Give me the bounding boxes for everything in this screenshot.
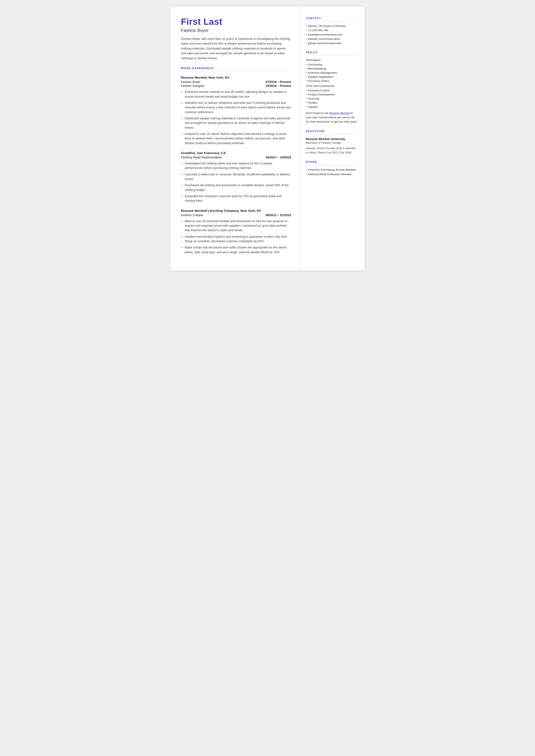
bullet-3-3: Made certain that the pieces and outfits… <box>185 245 291 255</box>
other-item-2: National Retail Federation Member <box>306 173 358 176</box>
skills-header: SKILLS <box>306 51 358 55</box>
skill-textiles: Textiles <box>306 101 358 104</box>
job-dates-2a: 05/2017 – 10/2019 <box>266 155 291 159</box>
skill-sourcing: Sourcing <box>306 97 358 100</box>
promo-prefix: Don't forget to use <box>306 111 329 115</box>
job-dates-1b: 10/2018 – Present <box>266 84 291 88</box>
summary-text: Fashion Buyer with more than 10 years of… <box>181 37 291 61</box>
bullet-2-4: Expanded the company's customer base by … <box>185 194 291 203</box>
skills-section: SKILLS Techniques: Purchasing Merchandis… <box>306 51 358 124</box>
skill-inventory-management: Inventory Management <box>306 71 358 74</box>
skill-inventory-control: Inventory Control <box>306 89 358 92</box>
bullet-2-2: Canceled 3 orders due to consumer demand… <box>185 172 291 182</box>
job-row-3a: Fashion Critique 08/2012 – 01/2015 <box>181 213 291 217</box>
techniques-label: Techniques: <box>306 58 358 62</box>
edu-degree: Bachelor in Fashion Design <box>306 141 358 144</box>
job-row-1b: Fashion Designer 10/2018 – Present <box>181 84 291 88</box>
contact-section: CONTACT Denver, OH (Open to Remote) +1-2… <box>306 17 358 45</box>
job-title-2a: Clothing Retail Representative <box>181 155 222 159</box>
contact-linkedin: linkedin.com/in/username <box>306 37 358 41</box>
job-bullets-2: Investigated the clothing styles and era… <box>181 161 291 203</box>
job-dates-1a: 07/2019 – Present <box>266 80 291 84</box>
resume-page: First Last Fashion Buyer Fashion Buyer w… <box>171 7 365 270</box>
contact-location: Denver, OH (Open to Remote) <box>306 24 358 28</box>
edu-awards: Awards: Honors Society (only 5 awarded t… <box>306 146 358 154</box>
bullet-2-1: Investigated the clothing styles and era… <box>185 161 291 170</box>
education-section: EDUCATION Resume Worded University Bache… <box>306 130 358 154</box>
job-row-2a: Clothing Retail Representative 05/2017 –… <box>181 155 291 159</box>
job-title-3a: Fashion Critique <box>181 213 203 217</box>
skill-supplier-negotiation: Supplier Negotiation <box>306 75 358 78</box>
job-dates-3a: 08/2012 – 01/2015 <box>266 213 291 217</box>
skill-purchase-orders: Purchase Orders <box>306 79 358 83</box>
job-bullets-3: Went to over 20 industrial facilities an… <box>181 219 291 255</box>
job-title-1b: Fashion Designer <box>181 84 205 88</box>
company-name-3: Resume Worded's Exciting Company, New Yo… <box>181 209 291 212</box>
education-header: EDUCATION <box>306 130 358 134</box>
promo-text-block: Don't forget to use Resume Worded to sca… <box>306 111 358 124</box>
tools-label: Tools and Frameworks: <box>306 84 358 88</box>
bullet-3-1: Went to over 20 industrial facilities an… <box>185 219 291 233</box>
right-column: CONTACT Denver, OH (Open to Remote) +1-2… <box>300 7 365 270</box>
bullet-1-4: Listened to over 30 clients' fashion obj… <box>185 132 291 146</box>
other-section: OTHER American Purchasing Society Member… <box>306 160 358 176</box>
skill-merchandising: Merchandising <box>306 67 358 70</box>
job-block-1: Resume Worded, New York, NY Fashion Buye… <box>181 76 291 146</box>
promo-link[interactable]: Resume Worded <box>329 111 350 115</box>
contact-phone: +1-234-456-789 <box>306 29 358 32</box>
candidate-name: First Last <box>181 17 291 27</box>
skill-apparel: Apparel <box>306 105 358 108</box>
job-block-2: Growthsi, San Francisco, CA Clothing Ret… <box>181 151 291 203</box>
skill-product-development: Product Development <box>306 93 358 96</box>
edu-institution: Resume Worded University <box>306 137 358 141</box>
job-bullets-1: Examined sample material on and off mode… <box>181 90 291 146</box>
job-row-1a: Fashion Buyer 07/2019 – Present <box>181 80 291 84</box>
contact-github: github.com/resumeworded <box>306 42 358 45</box>
work-experience-header: WORK EXPERIENCE <box>181 67 291 71</box>
bullet-3-2: Handled merchandise logistics and monito… <box>185 235 291 244</box>
job-title-1a: Fashion Buyer <box>181 80 201 84</box>
other-header: OTHER <box>306 160 358 165</box>
skill-purchasing: Purchasing <box>306 63 358 66</box>
bullet-1-2: Attended over 10 fashion exhibitions and… <box>185 101 291 114</box>
other-item-1: American Purchasing Society Member <box>306 168 358 171</box>
company-name-2: Growthsi, San Francisco, CA <box>181 151 291 155</box>
company-name-1: Resume Worded, New York, NY <box>181 76 291 79</box>
bullet-1-3: Distributed sample clothing materials to… <box>185 116 291 130</box>
job-block-3: Resume Worded's Exciting Company, New Yo… <box>181 209 291 255</box>
bullet-1-1: Examined sample material on and off mode… <box>185 90 291 99</box>
contact-email: email@resumeworded.com <box>306 33 358 36</box>
bullet-2-3: Purchased old clothing and accessories t… <box>185 183 291 192</box>
candidate-title: Fashion Buyer <box>181 28 291 33</box>
contact-header: CONTACT <box>306 17 358 21</box>
left-column: First Last Fashion Buyer Fashion Buyer w… <box>171 7 300 270</box>
